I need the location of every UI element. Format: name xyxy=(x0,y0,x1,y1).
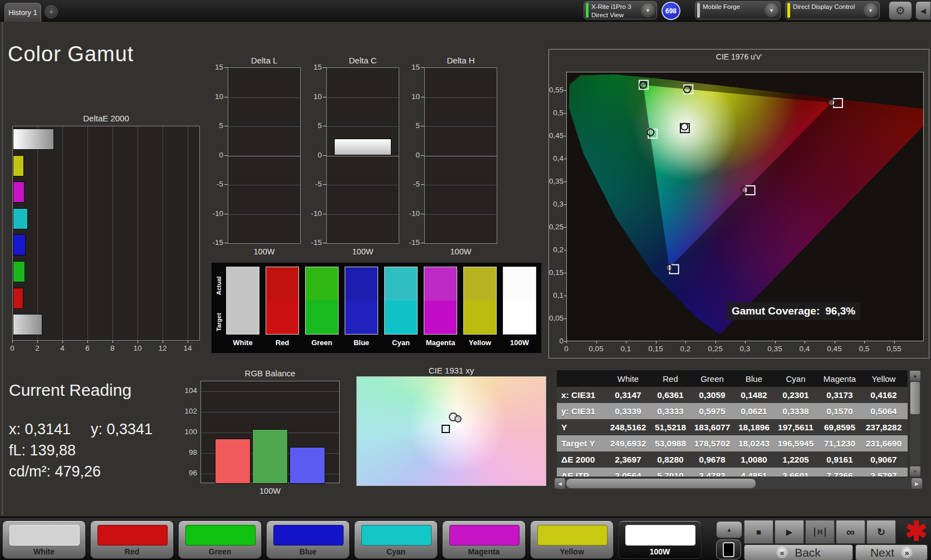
x-tick-label: 2 xyxy=(31,344,44,352)
add-tab-button[interactable]: + xyxy=(45,5,58,18)
tick-mark xyxy=(894,341,895,343)
actual-swatch-100w xyxy=(503,267,536,301)
scroll-up-button[interactable]: ▲ xyxy=(910,371,920,381)
horizontal-scrollbar-thumb[interactable] xyxy=(566,479,756,488)
loop-button[interactable]: ∞ xyxy=(836,520,865,544)
pattern-label: White xyxy=(3,547,85,556)
alert-asterisk-icon[interactable]: ✱ xyxy=(901,517,931,546)
tick-mark xyxy=(112,341,113,343)
next-button[interactable]: Next » xyxy=(855,544,928,560)
calman-window: History 1 + X-Rite i1Pro 3Direct View ▼ … xyxy=(0,0,931,560)
chevron-down-icon[interactable]: ▼ xyxy=(864,3,878,17)
chart-title: Delta H xyxy=(413,56,508,65)
y-tick-label: 0,45 xyxy=(549,131,564,140)
y-tick-label: 5 xyxy=(207,121,223,130)
x-tick-label: 0,5 xyxy=(852,345,876,353)
next-chevron-icon: » xyxy=(901,547,913,558)
tick-mark xyxy=(564,136,567,136)
back-button[interactable]: « Back xyxy=(744,544,853,560)
scroll-left-button[interactable]: ◀ xyxy=(555,478,565,489)
deltae2000-chart: DeltaE 200002468101214 xyxy=(12,114,213,356)
pattern-button-red[interactable]: Red xyxy=(90,520,174,559)
tick-mark xyxy=(224,155,228,156)
vertical-scrollbar-thumb[interactable] xyxy=(910,382,920,414)
y-tick-label: 0,4 xyxy=(549,154,564,163)
scroll-right-button[interactable]: ▶ xyxy=(912,478,922,489)
y-tick-label: 10 xyxy=(403,92,420,101)
workflow-dropdown[interactable]: Direct Display Control ▼ xyxy=(785,1,880,19)
x-tick-label: 14 xyxy=(181,344,194,352)
collapse-panel-button[interactable]: ◀ xyxy=(915,1,931,20)
pattern-window-icon xyxy=(723,542,734,557)
infinity-icon: ∞ xyxy=(846,525,855,539)
deltae-bar-blue xyxy=(13,234,26,256)
tab-label: History 1 xyxy=(8,8,37,17)
gridline xyxy=(201,391,339,392)
table-vertical-scrollbar[interactable]: ▲ ▼ xyxy=(910,371,920,477)
x-category-label: 100W xyxy=(228,247,301,256)
pattern-button-magenta[interactable]: Magenta xyxy=(442,520,526,559)
chevron-down-icon[interactable]: ▼ xyxy=(641,3,655,17)
pattern-window-toggle[interactable] xyxy=(716,539,741,559)
meter-count-badge: 698 xyxy=(661,2,680,20)
pattern-button-white[interactable]: White xyxy=(2,520,86,559)
tick-mark xyxy=(224,67,228,68)
chart-title: CIE 1976 u'v' xyxy=(549,52,929,61)
pattern-button-yellow[interactable]: Yellow xyxy=(530,520,614,559)
tick-mark xyxy=(716,341,716,343)
gridline xyxy=(327,156,399,156)
pattern-button-blue[interactable]: Blue xyxy=(266,520,350,559)
tick-mark xyxy=(224,126,228,126)
gridline xyxy=(112,126,113,340)
deltae-bar-white_100w xyxy=(13,314,42,335)
actual-swatch-cyan xyxy=(384,267,418,301)
y-tick-label: 10 xyxy=(305,92,322,101)
measured-marker-white xyxy=(681,124,688,130)
tab-history-1[interactable]: History 1 xyxy=(4,3,41,22)
y-tick-label: 0,5 xyxy=(549,109,564,117)
tick-mark xyxy=(564,227,567,228)
table-horizontal-scrollbar[interactable]: ◀ ▶ xyxy=(554,478,923,489)
y-tick-label: -5 xyxy=(403,180,420,188)
y-tick-label: 0,1 xyxy=(549,291,564,299)
pattern-button-cyan[interactable]: Cyan xyxy=(354,520,438,559)
y-tick-label: 0,05 xyxy=(549,314,564,322)
scroll-down-button[interactable]: ▼ xyxy=(910,466,920,477)
y-tick-label: 98 xyxy=(180,448,197,456)
gridline xyxy=(425,185,497,185)
refresh-button[interactable]: ↻ xyxy=(866,520,896,544)
tick-mark xyxy=(421,155,424,156)
pattern-button-green[interactable]: Green xyxy=(178,520,262,559)
cie1976-diagram xyxy=(567,72,924,341)
measured-marker-yellow xyxy=(684,86,690,93)
stop-button[interactable]: ■ xyxy=(744,520,773,544)
stop-icon: ■ xyxy=(756,527,761,537)
tick-mark xyxy=(775,341,776,343)
tick-mark xyxy=(421,184,424,185)
rgb-bar-blue xyxy=(290,447,325,484)
tick-mark xyxy=(564,318,567,319)
meter-dropdown[interactable]: X-Rite i1Pro 3Direct View ▼ xyxy=(584,1,657,19)
pattern-up-button[interactable]: ▲ xyxy=(716,521,742,538)
deltae-bar-magenta xyxy=(13,181,24,203)
tick-mark xyxy=(864,341,865,343)
fit-pattern-button[interactable]: H xyxy=(805,520,835,544)
pattern-label: Green xyxy=(179,547,261,556)
tick-mark xyxy=(224,97,228,97)
pattern-button-100w[interactable]: 100W xyxy=(618,520,702,559)
swatch-label: Magenta xyxy=(420,338,460,347)
swatch-label: Yellow xyxy=(460,338,500,347)
pattern-label: Magenta xyxy=(443,547,525,556)
settings-gear-button[interactable]: ⚙ xyxy=(889,1,912,20)
source-dropdown[interactable]: Mobile Forge ▼ xyxy=(695,1,781,19)
play-button[interactable]: ▶ xyxy=(775,520,804,544)
y-tick-label: 0,25 xyxy=(549,223,564,231)
y-tick-label: 0 xyxy=(305,151,322,159)
chevron-down-icon[interactable]: ▼ xyxy=(765,3,778,17)
tick-mark xyxy=(323,214,326,214)
pattern-label: Yellow xyxy=(531,547,613,556)
tick-mark xyxy=(224,184,228,185)
gridline xyxy=(327,126,399,127)
y-tick-label: 10 xyxy=(207,92,223,101)
swatch-label: Blue xyxy=(341,338,381,347)
